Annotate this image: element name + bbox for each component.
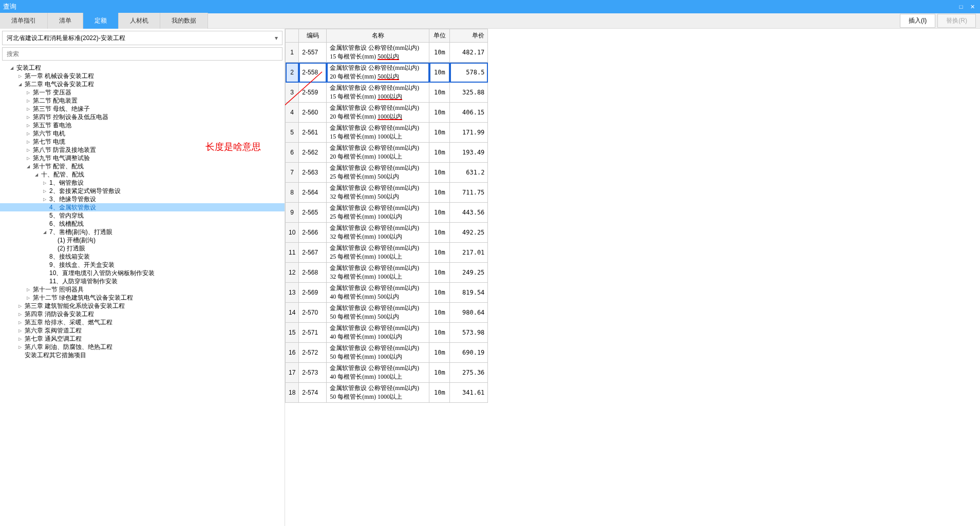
- collapse-icon[interactable]: ◢: [17, 82, 23, 87]
- cell-price: 711.75: [450, 183, 488, 203]
- expand-icon[interactable]: ▷: [26, 287, 31, 292]
- cell-price: 819.54: [450, 283, 488, 303]
- tree-item[interactable]: ▷第五章 给排水、采暖、燃气工程: [0, 318, 285, 326]
- tree-item[interactable]: 10、直埋电缆引入管防火钢板制作安装: [0, 269, 285, 277]
- header-price[interactable]: 单价: [450, 29, 488, 43]
- tree-item[interactable]: ▷第二节 配电装置: [0, 96, 285, 105]
- tree-item[interactable]: ▷第一节 变压器: [0, 88, 285, 96]
- collapse-icon[interactable]: ◢: [34, 172, 39, 177]
- expand-icon[interactable]: ▷: [17, 328, 23, 333]
- tree-item[interactable]: 6、线槽配线: [0, 220, 285, 228]
- expand-icon[interactable]: ▷: [26, 90, 31, 95]
- tree-item[interactable]: ▷第三节 母线、绝缘子: [0, 105, 285, 113]
- tree-item[interactable]: ◢第十节 配管、配线: [0, 162, 285, 170]
- header-name[interactable]: 名称: [327, 29, 429, 43]
- tab-人材机[interactable]: 人材机: [119, 13, 160, 29]
- insert-button[interactable]: 插入(I): [900, 14, 935, 28]
- tree-item[interactable]: ▷2、套接紧定式钢导管敷设: [0, 187, 285, 195]
- tree-item[interactable]: 11、人防穿墙管制作安装: [0, 277, 285, 285]
- maximize-icon[interactable]: □: [956, 2, 966, 11]
- expand-icon[interactable]: ▷: [26, 295, 31, 300]
- table-row[interactable]: 92-565金属软管敷设 公称管径(mm以内) 25 每根管长(mm) 1000…: [286, 203, 488, 223]
- table-row[interactable]: 72-563金属软管敷设 公称管径(mm以内) 25 每根管长(mm) 500以…: [286, 163, 488, 183]
- tree-item[interactable]: 9、接线盒、开关盒安装: [0, 261, 285, 269]
- tree-item[interactable]: ▷第十二节 绿色建筑电气设备安装工程: [0, 294, 285, 302]
- tab-清单指引[interactable]: 清单指引: [0, 13, 48, 29]
- expand-icon[interactable]: ▷: [26, 155, 31, 161]
- tree-item[interactable]: ▷第七章 通风空调工程: [0, 335, 285, 343]
- table-row[interactable]: 52-561金属软管敷设 公称管径(mm以内) 15 每根管长(mm) 1000…: [286, 123, 488, 143]
- expand-icon[interactable]: ▷: [42, 188, 47, 193]
- expand-icon[interactable]: ▷: [42, 180, 47, 185]
- table-row[interactable]: 62-562金属软管敷设 公称管径(mm以内) 20 每根管长(mm) 1000…: [286, 143, 488, 163]
- table-row[interactable]: 32-559金属软管敷设 公称管径(mm以内) 15 每根管长(mm) 1000…: [286, 83, 488, 103]
- table-row[interactable]: 182-574金属软管敷设 公称管径(mm以内) 50 每根管长(mm) 100…: [286, 383, 488, 403]
- collapse-icon[interactable]: ◢: [9, 65, 14, 70]
- table-row[interactable]: 12-557金属软管敷设 公称管径(mm以内) 15 每根管长(mm) 500以…: [286, 43, 488, 63]
- cell-code: 2-559: [299, 83, 327, 103]
- table-row[interactable]: 172-573金属软管敷设 公称管径(mm以内) 40 每根管长(mm) 100…: [286, 363, 488, 383]
- expand-icon[interactable]: ▷: [26, 131, 31, 136]
- table-row[interactable]: 42-560金属软管敷设 公称管径(mm以内) 20 每根管长(mm) 1000…: [286, 103, 488, 123]
- expand-icon[interactable]: ▷: [42, 197, 47, 202]
- tree-item[interactable]: 5、管内穿线: [0, 211, 285, 220]
- table-row[interactable]: 112-567金属软管敷设 公称管径(mm以内) 25 每根管长(mm) 100…: [286, 243, 488, 263]
- tree-item[interactable]: ◢十、配管、配线: [0, 170, 285, 179]
- tree-item[interactable]: 4、金属软管敷设: [0, 203, 285, 211]
- tree-item[interactable]: ◢安装工程: [0, 64, 285, 72]
- tab-清单[interactable]: 清单: [48, 13, 83, 29]
- tree-item[interactable]: ▷第六节 电机: [0, 129, 285, 138]
- close-icon[interactable]: ✕: [968, 2, 977, 11]
- tree-item[interactable]: ◢第二章 电气设备安装工程: [0, 80, 285, 88]
- tree-item[interactable]: ▷3、绝缘导管敷设: [0, 195, 285, 203]
- expand-icon[interactable]: ▷: [26, 147, 31, 152]
- expand-icon[interactable]: ▷: [17, 73, 23, 79]
- tree-item[interactable]: (1) 开槽(剔沟): [0, 236, 285, 244]
- tree-item[interactable]: ▷第八节 防雷及接地装置: [0, 146, 285, 154]
- tree-item[interactable]: ▷第三章 建筑智能化系统设备安装工程: [0, 302, 285, 310]
- header-code[interactable]: 编码: [299, 29, 327, 43]
- expand-icon[interactable]: ▷: [26, 139, 31, 144]
- tree-item[interactable]: ▷第九节 电气调整试验: [0, 154, 285, 162]
- tree-item[interactable]: ▷1、钢管敷设: [0, 179, 285, 187]
- expand-icon[interactable]: ▷: [26, 106, 31, 111]
- table-row[interactable]: 142-570金属软管敷设 公称管径(mm以内) 50 每根管长(mm) 500…: [286, 303, 488, 323]
- expand-icon[interactable]: ▷: [17, 303, 23, 308]
- tab-我的数据[interactable]: 我的数据: [160, 13, 208, 29]
- expand-icon[interactable]: ▷: [17, 311, 23, 317]
- table-row[interactable]: 82-564金属软管敷设 公称管径(mm以内) 32 每根管长(mm) 500以…: [286, 183, 488, 203]
- tab-定额[interactable]: 定额: [83, 13, 119, 29]
- table-row[interactable]: 132-569金属软管敷设 公称管径(mm以内) 40 每根管长(mm) 500…: [286, 283, 488, 303]
- header-unit[interactable]: 单位: [429, 29, 450, 43]
- tree-item[interactable]: ▷第七节 电缆: [0, 138, 285, 146]
- table-row[interactable]: 22-558金属软管敷设 公称管径(mm以内) 20 每根管长(mm) 500以…: [286, 63, 488, 83]
- table-row[interactable]: 162-572金属软管敷设 公称管径(mm以内) 50 每根管长(mm) 100…: [286, 343, 488, 363]
- tree-item[interactable]: 安装工程其它措施项目: [0, 351, 285, 359]
- expand-icon[interactable]: ▷: [17, 336, 23, 341]
- table-row[interactable]: 102-566金属软管敷设 公称管径(mm以内) 32 每根管长(mm) 100…: [286, 223, 488, 243]
- tree-item[interactable]: ▷第四节 控制设备及低压电器: [0, 113, 285, 121]
- table-row[interactable]: 152-571金属软管敷设 公称管径(mm以内) 40 每根管长(mm) 100…: [286, 323, 488, 343]
- tree-item[interactable]: ▷第五节 蓄电池: [0, 121, 285, 129]
- tree-item[interactable]: ▷第一章 机械设备安装工程: [0, 72, 285, 80]
- tree-label: 第五章 给排水、采暖、燃气工程: [25, 318, 112, 327]
- tree-item[interactable]: ▷第六章 泵阀管道工程: [0, 326, 285, 335]
- search-input[interactable]: [7, 48, 278, 60]
- tree-item[interactable]: ▷第十一节 照明器具: [0, 285, 285, 294]
- search-box[interactable]: [2, 47, 282, 61]
- collapse-icon[interactable]: ◢: [26, 164, 31, 169]
- tree-label: 第八章 刷油、防腐蚀、绝热工程: [25, 343, 112, 352]
- tree-item[interactable]: ▷第四章 消防设备安装工程: [0, 310, 285, 318]
- expand-icon[interactable]: ▷: [26, 114, 31, 120]
- tree-item[interactable]: 8、接线箱安装: [0, 252, 285, 261]
- tree-item[interactable]: (2) 打透眼: [0, 244, 285, 252]
- table-row[interactable]: 122-568金属软管敷设 公称管径(mm以内) 32 每根管长(mm) 100…: [286, 263, 488, 283]
- tree-item[interactable]: ▷第八章 刷油、防腐蚀、绝热工程: [0, 343, 285, 351]
- expand-icon[interactable]: ▷: [17, 344, 23, 349]
- collapse-icon[interactable]: ◢: [42, 229, 47, 235]
- expand-icon[interactable]: ▷: [26, 98, 31, 103]
- standard-dropdown[interactable]: 河北省建设工程消耗量标准(2022)-安装工程: [2, 31, 282, 45]
- tree-item[interactable]: ◢7、凿槽(剔沟)、打透眼: [0, 228, 285, 236]
- expand-icon[interactable]: ▷: [26, 123, 31, 128]
- expand-icon[interactable]: ▷: [17, 320, 23, 325]
